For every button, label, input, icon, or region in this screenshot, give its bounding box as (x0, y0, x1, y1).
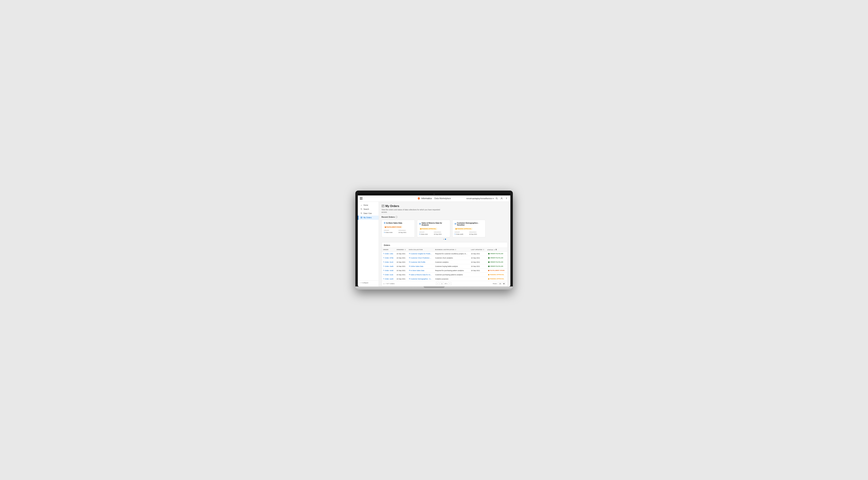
card-2-icon (419, 223, 421, 225)
cell-last-updated: 16 Sep 2021 (470, 260, 486, 264)
data-collection-link[interactable]: ⚙Customer 360 Profile (409, 261, 433, 263)
status-badge: ORDER FULFILLED (487, 257, 504, 259)
cell-order: ↻Order--4c9d (382, 268, 395, 273)
search-icon (361, 208, 363, 210)
collapse-chevron-icon: ‹ (360, 282, 361, 284)
prev-page-button[interactable]: ‹ (436, 282, 439, 285)
cell-business-justification: Customer churn analytics (434, 256, 470, 260)
svg-point-7 (361, 213, 362, 214)
search-icon-btn[interactable] (495, 197, 498, 200)
data-collection-link[interactable]: ⚙Customer Demographics - S... (409, 278, 433, 280)
page-number-input[interactable] (440, 282, 444, 285)
carousel-dot-1[interactable] (443, 239, 444, 240)
col-last-updated[interactable]: LAST UPDATED (470, 248, 486, 252)
table-row: ↻Order--e1dc16 Sep 2021⚙Sales & Returns … (382, 273, 507, 277)
cell-order: ↻Order--5cc8 (382, 260, 395, 264)
card-3-title-text: Customer Demographics - Sensitive (457, 222, 483, 226)
pagination: ‹ of 1 › (436, 282, 452, 285)
data-collection-link[interactable]: ⚙Customer Insights for Predic... (409, 253, 433, 254)
svg-line-8 (362, 213, 362, 214)
cell-business-justification: Customer buying habits analysis (434, 264, 470, 268)
collection-icon: ⚙ (409, 274, 410, 275)
col-status[interactable]: STATUS ⚙ (486, 248, 507, 252)
grid-icon[interactable] (360, 197, 362, 200)
sidebar-item-search[interactable]: Search (358, 207, 379, 211)
data-collection-link[interactable]: ⚙Online Sales Data (409, 266, 433, 267)
card-3-ordered-label: ORDERED (469, 231, 483, 233)
logo-product: Data Marketplace (434, 197, 451, 200)
sidebar-item-data-i-use[interactable]: Data I Use (358, 211, 379, 216)
table-row: ↻Order--3a4b16 Sep 2021⚙Online Sales Dat… (382, 264, 507, 268)
sidebar-item-home[interactable]: ⌂ Home (358, 203, 379, 207)
status-dot-icon (488, 262, 490, 263)
sort-arrows-lu (483, 249, 484, 250)
grid-cell (361, 199, 362, 200)
data-collection-link[interactable]: ⚙In-Store Sales Data (409, 270, 433, 271)
cell-ordered: 16 Sep 2021 (395, 264, 407, 268)
order-icon: ↻ (383, 257, 384, 259)
cell-data-collection: ⚙Customer Insights for Predic... (407, 252, 434, 256)
collection-icon: ⚙ (409, 266, 410, 267)
my-orders-icon (381, 205, 384, 208)
sort-down-icon (405, 250, 406, 250)
sidebar-item-my-orders[interactable]: My Orders (358, 216, 379, 220)
carousel-dot-2[interactable] (445, 239, 446, 240)
order-link[interactable]: ↻Order--c46c (383, 253, 394, 254)
order-link[interactable]: ↻Order--87bb (383, 257, 394, 259)
col-business-justification[interactable]: BUSINESS JUSTIFICATION (434, 248, 470, 252)
next-page-button[interactable]: › (448, 282, 452, 285)
status-dot-icon (488, 266, 490, 267)
cell-last-updated: 16 Sep 2021 (470, 264, 486, 268)
recent-orders-info-icon[interactable]: i (396, 216, 398, 218)
rows-label: Rows: (493, 283, 497, 284)
user-menu[interactable]: mmodi-qastaging-fromselfservice ▾ (466, 198, 493, 200)
card-3-badge-text: PENDING APPROVAL (457, 228, 471, 230)
card-1-order-value: ↻ Order-4c9d (384, 232, 398, 233)
cell-status: ORDER FULFILLED (486, 260, 507, 264)
table-row: ↻Order--87bb16 Sep 2021⚙Customer Chum Pr… (382, 256, 507, 260)
status-badge: PENDING APPROVAL (487, 278, 505, 280)
page-subtitle-2: access (381, 211, 507, 213)
card-1-badge-text: FULFILLMENT STAGE (386, 226, 401, 228)
column-settings-icon[interactable]: ⚙ (495, 249, 497, 250)
card-1-badge: FULFILLMENT STAGE (384, 226, 402, 228)
header-logo: Informatica · Data Marketplace (417, 197, 451, 200)
cell-ordered: 16 Sep 2021 (395, 260, 407, 264)
card-3-order-value: ↻ Order-ea30 (455, 234, 469, 235)
recent-orders-title: Recent Orders i (381, 216, 507, 218)
logo-separator: · (433, 197, 433, 200)
card-3-ordered-value: 16 Sep 2021 (469, 234, 483, 235)
help-icon-btn[interactable]: ? (505, 197, 508, 200)
informatica-logo-icon (417, 197, 420, 200)
card-2-ordered-value: 16 Sep 2021 (434, 234, 448, 235)
badge-dot-icon (420, 228, 421, 230)
cell-data-collection: ⚙Customer Demographics - S... (407, 277, 434, 281)
card-3-order-label: ORDER (455, 231, 469, 233)
order-link-icon: ↻ (455, 234, 456, 235)
order-link[interactable]: ↻Order--3a4b (383, 266, 394, 267)
user-icon-btn[interactable] (500, 197, 503, 200)
col-order: ORDER (382, 248, 395, 252)
order-icon: ↻ (383, 261, 384, 263)
sidebar: ⌂ Home Search (358, 202, 379, 287)
collapse-button[interactable]: ‹ < Collapse (360, 282, 376, 284)
rows-per-page-select[interactable]: 10 25 50 100 (498, 282, 505, 285)
orders-section-title: Orders (382, 242, 507, 248)
table-footer: 1 - 7 of 7 orders ‹ of 1 › Rows: (382, 281, 507, 286)
data-collection-link[interactable]: ⚙Customer Chum Prediction ... (409, 257, 433, 259)
data-collection-link[interactable]: ⚙Sales & Returns Data for An... (409, 274, 433, 276)
page-header: My Orders View the orders and status of … (381, 205, 507, 213)
svg-point-5 (361, 208, 362, 209)
order-link[interactable]: ↻Order--5cc8 (383, 261, 394, 263)
order-link[interactable]: ↻Order--ea30 (383, 278, 394, 280)
card-1-title: In-Store Sales Data (384, 222, 412, 224)
screen: Informatica · Data Marketplace mmodi-qas… (358, 196, 510, 287)
status-dot-icon (488, 257, 490, 259)
col-ordered[interactable]: ORDERED (395, 248, 407, 252)
order-link[interactable]: ↻Order--e1dc (383, 274, 394, 276)
status-badge: FULFILLMENT STAGE (487, 269, 505, 272)
cell-last-updated: 16 Sep 2021 (470, 252, 486, 256)
badge-dot-icon (385, 227, 386, 228)
order-link[interactable]: ↻Order--4c9d (383, 270, 394, 271)
card-2-badge: PENDING APPROVAL (419, 228, 437, 230)
